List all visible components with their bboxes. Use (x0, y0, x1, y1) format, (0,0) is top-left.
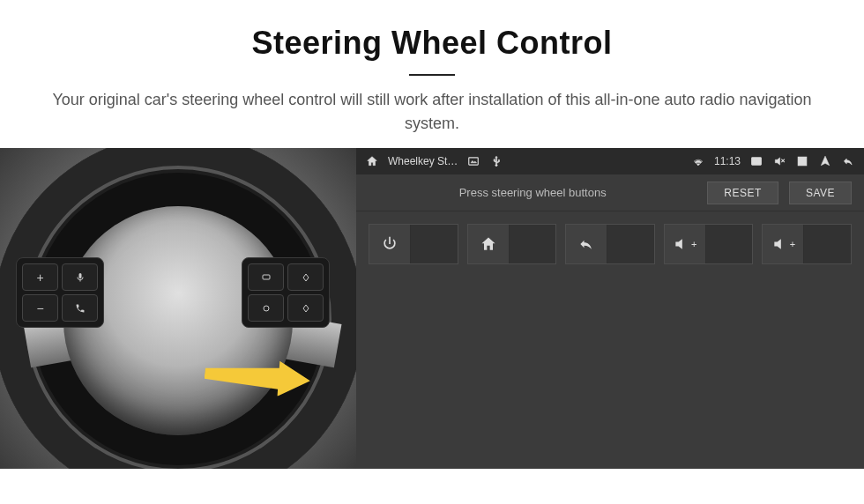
mapping-cell-volup-2[interactable]: + (762, 224, 852, 264)
config-prompt: Press steering wheel buttons (369, 186, 696, 199)
nav-icon[interactable] (818, 154, 832, 168)
mapping-slot (803, 225, 851, 263)
pointing-arrow-icon (205, 359, 310, 395)
wheel-btn-minus: − (22, 294, 58, 322)
svg-point-4 (756, 160, 757, 162)
volume-up-icon: + (763, 225, 803, 263)
page-subtitle: Your original car's steering wheel contr… (44, 88, 820, 136)
volume-up-icon: + (665, 225, 705, 263)
wheel-btn-mode-icon (248, 263, 284, 291)
home-action-icon (468, 225, 509, 263)
wheel-btn-diamond-up-icon (287, 263, 324, 291)
picture-icon (466, 154, 480, 168)
page-title: Steering Wheel Control (35, 25, 829, 62)
status-bar: Wheelkey St… 11:13 (356, 148, 864, 174)
screen-empty-area (356, 264, 864, 469)
head-unit-screen: Wheelkey St… 11:13 (356, 148, 864, 469)
mapping-slot (705, 225, 753, 263)
mapping-slot (410, 225, 458, 263)
power-icon (369, 225, 410, 263)
app-title: Wheelkey St… (388, 155, 458, 167)
back-nav-icon[interactable] (841, 154, 855, 168)
config-bar: Press steering wheel buttons RESET SAVE (356, 174, 864, 211)
wheel-btn-circle-icon (248, 294, 284, 322)
wheel-btn-mic-icon (62, 263, 98, 291)
wheel-btn-phone-icon (62, 294, 98, 322)
back-action-icon (566, 225, 607, 263)
content-row: + − (0, 148, 864, 469)
title-divider (409, 74, 455, 76)
wheel-right-button-pad (242, 257, 330, 328)
save-button[interactable]: SAVE (789, 182, 852, 204)
mute-icon[interactable] (772, 154, 786, 168)
cast-icon[interactable] (749, 154, 763, 168)
svg-rect-0 (263, 275, 270, 279)
wheel-left-button-pad: + − (16, 257, 104, 328)
home-icon[interactable] (365, 154, 379, 168)
mapping-slot (509, 225, 556, 263)
mapping-slot (607, 225, 654, 263)
svg-rect-2 (469, 158, 479, 165)
steering-wheel-photo: + − (0, 148, 356, 469)
usb-icon (489, 154, 503, 168)
mapping-cell-home[interactable] (467, 224, 557, 264)
svg-point-1 (264, 306, 269, 311)
wheel-btn-diamond-down-icon (287, 294, 324, 322)
mapping-cell-volup-1[interactable]: + (664, 224, 754, 264)
wheel-btn-plus: + (22, 263, 58, 291)
status-time: 11:13 (714, 155, 741, 167)
wifi-icon (691, 154, 705, 168)
mapping-cell-power[interactable] (369, 224, 458, 264)
close-window-icon[interactable] (795, 154, 809, 168)
reset-button[interactable]: RESET (707, 182, 778, 204)
mapping-grid: + + (356, 211, 864, 264)
mapping-cell-back[interactable] (565, 224, 655, 264)
